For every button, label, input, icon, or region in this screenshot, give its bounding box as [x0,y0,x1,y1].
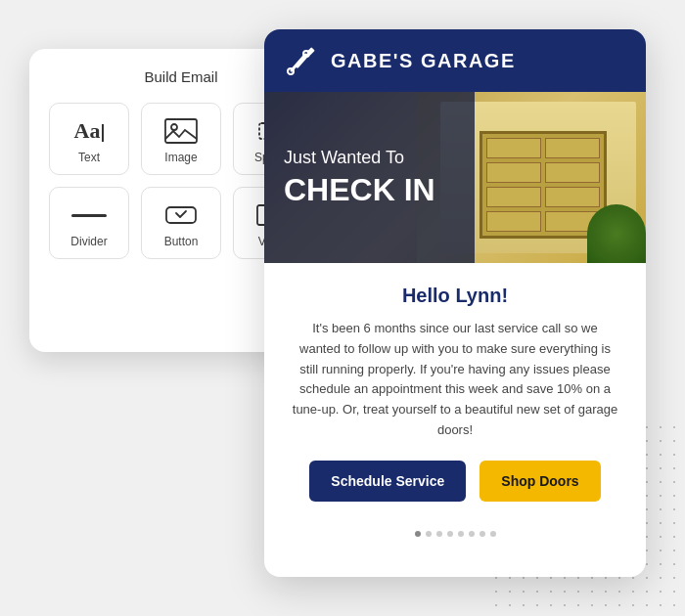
dot-3[interactable] [436,531,442,537]
schedule-service-button[interactable]: Schedule Service [309,461,466,502]
hero-subtitle: Just Wanted To [284,148,455,169]
hero-area: Just Wanted To CHECK IN [264,92,646,263]
tool-text[interactable]: Aa Text [49,103,129,175]
dot-8[interactable] [490,531,496,537]
button-icon [163,201,199,229]
email-preview-panel: GABE'S GARAGE Just Wanted To [264,29,646,577]
dot-7[interactable] [480,531,485,537]
svg-point-1 [171,124,177,130]
text-icon: Aa [71,117,107,145]
tool-button-label: Button [164,235,199,248]
tool-button[interactable]: Button [141,187,221,259]
email-body-text: It's been 6 months since our last servic… [292,319,618,441]
image-icon [163,117,199,145]
dot-6[interactable] [469,531,475,537]
tool-divider[interactable]: Divider [49,187,129,259]
garage-name: GABE'S GARAGE [331,50,516,72]
shop-doors-button[interactable]: Shop Doors [480,461,600,502]
email-body: Hello Lynn! It's been 6 months since our… [264,263,646,521]
email-greeting: Hello Lynn! [292,285,618,307]
email-buttons: Schedule Service Shop Doors [292,461,618,502]
tool-image[interactable]: Image [141,103,221,175]
dot-4[interactable] [447,531,453,537]
dot-2[interactable] [426,531,432,537]
tool-divider-label: Divider [70,235,107,248]
svg-line-9 [292,55,305,70]
tool-image-label: Image [164,151,197,164]
svg-rect-0 [165,119,197,143]
hero-overlay: Just Wanted To CHECK IN [264,92,475,263]
dot-5[interactable] [458,531,464,537]
divider-icon [71,201,107,229]
pagination-dots [264,521,646,543]
email-header: GABE'S GARAGE [264,29,646,92]
dot-1[interactable] [415,531,421,537]
garage-logo-icon [284,43,319,78]
hero-title: CHECK IN [284,173,455,207]
tool-text-label: Text [78,151,100,164]
